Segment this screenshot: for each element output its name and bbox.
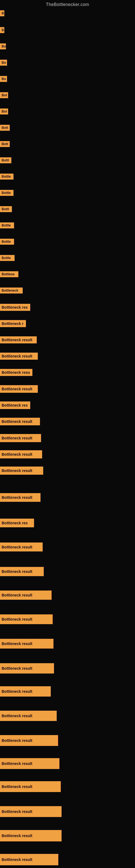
bottleneck-item: Bottleneck result xyxy=(0,758,59,769)
bottleneck-label: Bottleneck result xyxy=(0,711,57,721)
bottleneck-item: Bottleneck result xyxy=(0,590,52,600)
bottleneck-label: Bottleneck result xyxy=(0,781,61,792)
bottleneck-label: Bottle xyxy=(0,239,14,245)
bottleneck-item: Bottleneck result xyxy=(0,352,38,360)
bottleneck-label: Bottleneck res xyxy=(0,304,30,311)
bottleneck-item: Bo xyxy=(0,76,7,82)
bottleneck-label: Bottleneck xyxy=(0,287,23,293)
bottleneck-item: Bottleneck result xyxy=(0,542,43,552)
bottleneck-item: Bott xyxy=(0,125,10,131)
bottleneck-item: Bottleneck result xyxy=(0,711,57,721)
bottleneck-label: Bottleneck result xyxy=(0,493,41,502)
bottleneck-label: Bottleneck result xyxy=(0,352,38,360)
bottleneck-item: Bot xyxy=(0,92,8,98)
bottleneck-item: Bottleneck result xyxy=(0,614,53,624)
bottleneck-item: Bott xyxy=(0,141,10,147)
bottleneck-item: Bo xyxy=(0,43,6,50)
bottleneck-item: Bottleneck result xyxy=(0,434,41,442)
bottleneck-label: Bottleneck result xyxy=(0,614,53,624)
bottleneck-label: Bottleneck result xyxy=(0,639,53,649)
bottleneck-label: Bottlene xyxy=(0,271,18,277)
bottleneck-item: Bottleneck result xyxy=(0,806,61,817)
bottleneck-label: Bottleneck result xyxy=(0,336,37,343)
bottleneck-label: Bottleneck result xyxy=(0,806,61,817)
bottleneck-item: Bottl xyxy=(0,206,12,212)
bottleneck-item: Bottleneck res xyxy=(0,401,30,409)
bottleneck-label: Bo xyxy=(0,76,7,82)
bottleneck-item: Bottleneck result xyxy=(0,781,61,792)
bottleneck-label: Bottleneck result xyxy=(0,542,43,552)
bottleneck-item: Bottleneck result xyxy=(0,854,58,865)
bottleneck-label: Bottleneck result xyxy=(0,854,58,865)
bottleneck-label: Bottl xyxy=(0,157,11,163)
bottleneck-label: Bottleneck r xyxy=(0,320,26,327)
bottleneck-item: Bottleneck result xyxy=(0,663,54,674)
site-title: TheBottlenecker.com xyxy=(0,0,135,8)
bottleneck-label: Bot xyxy=(0,108,8,115)
bottleneck-label: Bottleneck result xyxy=(0,385,38,393)
bottleneck-item: Bottleneck result xyxy=(0,493,41,502)
bottleneck-item: Bottleneck result xyxy=(0,567,44,576)
bottleneck-label: Bottleneck result xyxy=(0,567,44,576)
bottleneck-label: Bottleneck result xyxy=(0,590,52,600)
bottleneck-item: Bottleneck result xyxy=(0,735,58,746)
bottleneck-label: Bot xyxy=(0,92,8,98)
bottleneck-label: Bottleneck result xyxy=(0,450,42,458)
bottleneck-item: Bottleneck result xyxy=(0,686,51,696)
bottleneck-label: Bottleneck result xyxy=(0,830,61,841)
bottleneck-label: Bottleneck res xyxy=(0,519,34,527)
bottleneck-item: Bottleneck result xyxy=(0,830,61,841)
bottleneck-item: Bottleneck result xyxy=(0,418,40,425)
bottleneck-label: Bottleneck result xyxy=(0,418,40,425)
bottleneck-label: Bo xyxy=(0,60,7,66)
bottleneck-item: Bottleneck xyxy=(0,287,23,293)
bottleneck-label: B xyxy=(0,27,4,33)
bottleneck-label: Bo xyxy=(0,43,6,50)
bottleneck-item: Bo xyxy=(0,60,7,66)
bottleneck-label: Bottl xyxy=(0,206,12,212)
bottleneck-item: Bottleneck result xyxy=(0,385,38,393)
bottleneck-item: Bottle xyxy=(0,190,13,196)
bottleneck-item: Bottleneck result xyxy=(0,336,37,343)
bottleneck-item: Bottle xyxy=(0,255,14,261)
bottleneck-label: Bottleneck resu xyxy=(0,369,32,376)
bottleneck-label: Bottle xyxy=(0,190,13,196)
bottleneck-item: Bottleneck result xyxy=(0,639,53,649)
bottleneck-item: B xyxy=(0,27,4,33)
bottleneck-item: Bottle xyxy=(0,174,13,180)
bottleneck-label: Bottle xyxy=(0,255,14,261)
bottleneck-item: Bottl xyxy=(0,157,11,163)
bottleneck-item: B xyxy=(0,10,4,16)
bottleneck-label: Bottleneck result xyxy=(0,735,58,746)
bottleneck-item: Bottleneck resu xyxy=(0,369,32,376)
bottleneck-item: Bot xyxy=(0,108,8,115)
bottleneck-item: Bottlene xyxy=(0,271,18,277)
bottleneck-item: Bottle xyxy=(0,239,14,245)
bottleneck-label: Bott xyxy=(0,141,10,147)
bottleneck-item: Bottleneck res xyxy=(0,519,34,527)
bottleneck-label: Bottleneck result xyxy=(0,467,43,475)
bottleneck-label: Bottle xyxy=(0,222,14,228)
bottleneck-item: Bottle xyxy=(0,222,14,228)
bottleneck-item: Bottleneck r xyxy=(0,320,26,327)
bottleneck-label: Bott xyxy=(0,125,10,131)
bottleneck-label: Bottleneck result xyxy=(0,758,59,769)
bottleneck-label: B xyxy=(0,10,4,16)
bottleneck-item: Bottleneck result xyxy=(0,467,43,475)
bottleneck-label: Bottle xyxy=(0,174,13,180)
bottleneck-item: Bottleneck result xyxy=(0,450,42,458)
bottleneck-label: Bottleneck result xyxy=(0,434,41,442)
bottleneck-label: Bottleneck result xyxy=(0,686,51,696)
bottleneck-item: Bottleneck res xyxy=(0,304,30,311)
bottleneck-label: Bottleneck res xyxy=(0,401,30,409)
bottleneck-label: Bottleneck result xyxy=(0,663,54,674)
